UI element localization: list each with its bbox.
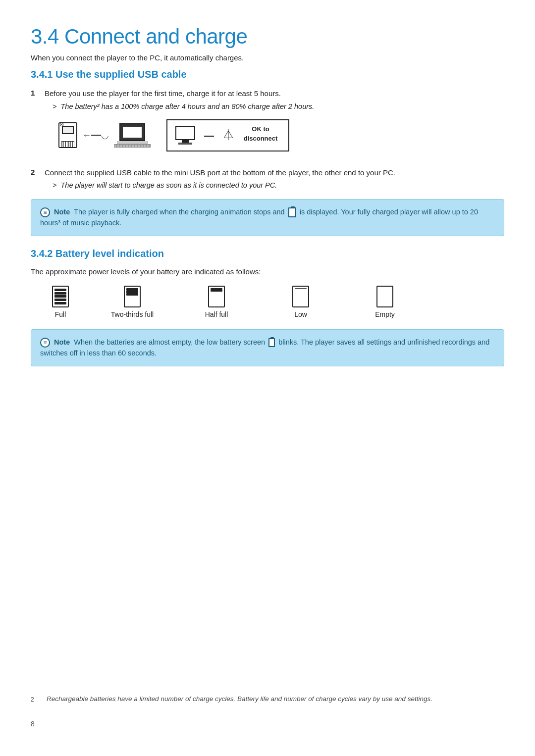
note-box-2: ≡ Note When the batteries are almost emp… [31, 329, 504, 366]
battery-intro-text: The approximate power levels of your bat… [31, 267, 504, 276]
footnote-area: 2 Rechargeable batteries have a limited … [31, 666, 504, 728]
note-icon-1: ≡ [40, 207, 50, 217]
usb-connection-diagram: ⊗ ← ◡ [58, 122, 151, 148]
footnote-number: 2 [31, 694, 41, 704]
footnote-2: 2 Rechargeable batteries have a limited … [31, 694, 504, 704]
sub-note-text: The battery² has a 100% charge after 4 h… [60, 102, 314, 110]
battery-low-icon-inline [268, 338, 275, 347]
intro-text: When you connect the player to the PC, i… [31, 53, 504, 62]
page-title: 3.4 Connect and charge [31, 25, 504, 49]
note-label-2: Note [54, 338, 70, 346]
usb-cable-line [91, 135, 101, 136]
ok-disconnect-diagram: ― ⏃ OK to disconnect [166, 119, 289, 151]
battery-item-empty: Empty [343, 286, 427, 318]
battery-icons-row: Full Two-thirds full [31, 286, 504, 318]
battery-item-full: Full [31, 286, 90, 318]
usb-plug-icon: ◡ [101, 130, 109, 141]
battery-item-half: Half full [174, 286, 259, 318]
battery-item-twothirds: Two-thirds full [90, 286, 174, 318]
battery-label-empty: Empty [375, 310, 395, 318]
battery-icon-twothirds [124, 286, 141, 307]
ok-disconnect-plug: ⏃ [223, 129, 234, 142]
list-item: 1 Before you use the player for the firs… [31, 88, 504, 160]
battery-label-full: Full [55, 310, 66, 318]
battery-section: 3.4.2 Battery level indication The appro… [31, 248, 504, 366]
usb-arrow-icon: ← [82, 130, 91, 141]
list-number: 1 [31, 88, 45, 97]
ok-disconnect-label: OK to disconnect [241, 124, 280, 144]
battery-icon-half [208, 286, 225, 307]
usb-diagram-area: ⊗ ← ◡ [58, 119, 504, 151]
ok-disconnect-dash: ― [204, 130, 214, 141]
battery-icon-low [292, 286, 309, 307]
page-number: 8 [31, 720, 504, 728]
note-text-1a: The player is fully charged when the cha… [74, 208, 285, 216]
list-item: 2 Connect the supplied USB cable to the … [31, 167, 504, 190]
battery-item-low: Low [259, 286, 343, 318]
battery-charged-icon [288, 207, 296, 217]
note-box-1: ≡ Note The player is fully charged when … [31, 199, 504, 236]
section-342-heading: 3.4.2 Battery level indication [31, 248, 504, 259]
battery-icon-empty [376, 286, 393, 307]
item-text: Connect the supplied USB cable to the mi… [45, 167, 504, 179]
section-341-heading: 3.4.1 Use the supplied USB cable [31, 69, 504, 80]
item-text: Before you use the player for the first … [45, 88, 504, 100]
note-label-1: Note [54, 208, 70, 216]
list-number: 2 [31, 167, 45, 176]
battery-label-half: Half full [205, 310, 228, 318]
battery-label-low: Low [294, 310, 307, 318]
battery-label-twothirds: Two-thirds full [111, 310, 154, 318]
note-text-2a: When the batteries are almost empty, the… [74, 338, 265, 346]
sub-note-text: The player will start to charge as soon … [60, 181, 277, 189]
footnote-text: Rechargeable batteries have a limited nu… [47, 694, 432, 704]
note-icon-2: ≡ [40, 338, 50, 348]
battery-icon-full [52, 286, 69, 307]
